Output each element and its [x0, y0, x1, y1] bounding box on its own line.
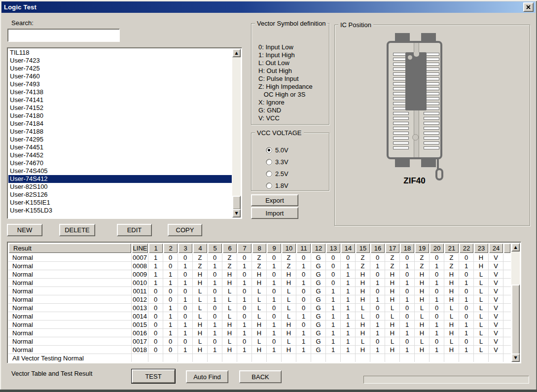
list-item[interactable]: User-7460 — [8, 72, 232, 80]
pin-cell: 0 — [430, 312, 444, 321]
pin-cell: 0 — [208, 270, 222, 279]
pin-cell: H — [415, 279, 430, 287]
close-button[interactable] — [523, 2, 534, 12]
auto-find-button[interactable]: Auto Find — [186, 370, 228, 383]
table-row[interactable]: Normal0013010L0L0L0L0G11L0L0L0L0LV — [8, 304, 511, 312]
pin-column-header: 16 — [371, 244, 385, 253]
pin-cell — [489, 354, 503, 362]
table-row[interactable]: Normal0008101Z1Z1Z1Z1G01Z1Z1Z1Z1HV — [8, 262, 511, 270]
pin-cell: 1 — [341, 312, 356, 321]
column-header-result: Result — [9, 244, 131, 253]
table-row[interactable]: Normal0016011H1H1H1H1G11H1H1H1H1LV — [8, 329, 511, 337]
table-row[interactable]: Normal0015011H1H1H1H0G11H1H1H1H1LV — [8, 321, 511, 329]
table-row[interactable]: Normal0014010L0L0L0L1G11L0L0L0L0LV — [8, 312, 511, 321]
pin-column-header: 9 — [267, 244, 281, 253]
vector-symbol-line: V: VCC — [258, 114, 327, 122]
device-list-scrollbar[interactable]: ▲ ▼ — [232, 49, 241, 217]
table-row[interactable]: Normal0017000L0L0L0L1G11L0L0L0L0LV — [8, 337, 511, 346]
table-row[interactable]: Normal0018001H1H1H1H1G11H1H1H1H1LV — [8, 346, 511, 354]
list-item[interactable]: User-K155IE1 — [8, 199, 232, 207]
result-cell: Normal — [8, 295, 132, 304]
vector-symbol-line: H: Out High — [258, 67, 327, 75]
import-button[interactable]: Import — [251, 207, 298, 219]
scroll-down-button[interactable]: ▼ — [511, 354, 520, 362]
pin-cell: L — [356, 312, 370, 321]
list-item[interactable]: User-74670 — [8, 159, 232, 167]
list-item[interactable]: User-82S126 — [8, 191, 232, 199]
list-item[interactable]: User-82S100 — [8, 183, 232, 191]
scroll-up-button[interactable]: ▲ — [232, 49, 241, 57]
back-button[interactable]: BACK — [239, 370, 282, 383]
vcc-option[interactable]: 5.0V — [266, 144, 327, 156]
list-item[interactable]: User-7493 — [8, 80, 232, 88]
radio-button[interactable] — [266, 147, 272, 153]
list-item[interactable]: User-74152 — [8, 104, 232, 112]
radio-button[interactable] — [266, 182, 272, 189]
pin-cell: 0 — [178, 337, 193, 346]
copy-button[interactable]: COPY — [168, 224, 202, 236]
list-item[interactable]: User-74S412 — [8, 175, 232, 183]
line-cell: 0013 — [132, 304, 148, 312]
list-item[interactable]: User-74S405 — [8, 167, 232, 175]
list-item[interactable]: User-74451 — [8, 143, 232, 151]
title-bar[interactable]: Logic Test — [1, 1, 536, 13]
table-row[interactable]: Normal0009110H0H0H0H0G01H0H0H0H0LV — [8, 270, 511, 279]
pin-cell: 0 — [237, 270, 252, 279]
pin-cell: 0 — [341, 253, 356, 262]
new-button[interactable]: NEW — [7, 224, 42, 236]
scroll-thumb[interactable] — [232, 196, 241, 210]
list-item[interactable]: TIL118 — [8, 49, 232, 57]
socket-tab — [395, 158, 410, 167]
pin-cell: 0 — [208, 287, 222, 295]
list-item[interactable]: User-74295 — [8, 136, 232, 143]
pin-cell: 0 — [148, 346, 163, 354]
pin-cell: L — [385, 312, 400, 321]
vcc-option-label: 3.3V — [275, 158, 288, 166]
table-row[interactable]: Normal0007100Z0Z0Z0Z0G00Z0Z0Z0Z0HV — [8, 253, 511, 262]
pin-cell: 0 — [267, 287, 282, 295]
vcc-option[interactable]: 1.8V — [266, 179, 327, 191]
table-row[interactable]: Normal0012001L1L1L1L0G11H1H1H1H1LV — [8, 295, 511, 304]
edit-button[interactable]: EDIT — [117, 224, 152, 236]
pin-cell: 1 — [459, 279, 474, 287]
line-cell: 0012 — [132, 295, 148, 304]
vcc-option[interactable]: 3.3V — [266, 156, 327, 168]
table-row[interactable]: Normal0011000L0L0L0L0G11H0H0H0H0LV — [8, 287, 511, 295]
pin-cell: 1 — [296, 337, 311, 346]
test-button[interactable]: TEST — [132, 369, 175, 383]
pin-cell: 1 — [326, 321, 341, 329]
radio-button[interactable] — [266, 171, 272, 177]
pin-cell: 1 — [148, 253, 163, 262]
filler-cell — [503, 279, 511, 287]
pin-column-header: 12 — [312, 244, 325, 253]
list-item[interactable]: User-74452 — [8, 151, 232, 159]
pin-cell: 1 — [341, 321, 356, 329]
list-item[interactable]: User-7423 — [8, 57, 232, 65]
pin-cell: 1 — [430, 346, 444, 354]
list-item[interactable]: User-74184 — [8, 120, 232, 128]
table-row[interactable]: Normal0010111H1H1H1H1G01H1H1H1H1LV — [8, 279, 511, 287]
pin-cell: L — [222, 312, 237, 321]
delete-button[interactable]: DELETE — [59, 224, 95, 236]
list-item[interactable]: User-74188 — [8, 128, 232, 136]
list-item[interactable]: User-K155LD3 — [8, 207, 232, 214]
list-item[interactable]: User-74138 — [8, 88, 232, 96]
scroll-thumb[interactable] — [511, 285, 520, 355]
list-item[interactable]: User-74180 — [8, 112, 232, 120]
pin-cell: 0 — [163, 253, 178, 262]
scroll-down-button[interactable]: ▼ — [232, 209, 241, 217]
down-arrow-icon: ▼ — [514, 356, 517, 360]
export-button[interactable]: Export — [251, 194, 298, 206]
list-item[interactable]: User-74141 — [8, 96, 232, 104]
scroll-up-button[interactable]: ▲ — [511, 243, 520, 251]
list-item[interactable]: User-7425 — [8, 65, 232, 72]
device-listbox[interactable]: TIL118User-7423User-7425User-7460User-74… — [7, 47, 242, 219]
search-input[interactable] — [7, 29, 120, 42]
table-scrollbar[interactable]: ▲ ▼ — [511, 243, 520, 362]
vector-symbol-group: Vector Symbol definition 0: Input Low1: … — [251, 20, 329, 125]
pin-cell: 1 — [178, 262, 193, 270]
pin-cell: V — [489, 262, 503, 270]
vcc-option[interactable]: 2.5V — [266, 168, 327, 179]
pin-cell: L — [282, 337, 296, 346]
radio-button[interactable] — [266, 159, 272, 165]
